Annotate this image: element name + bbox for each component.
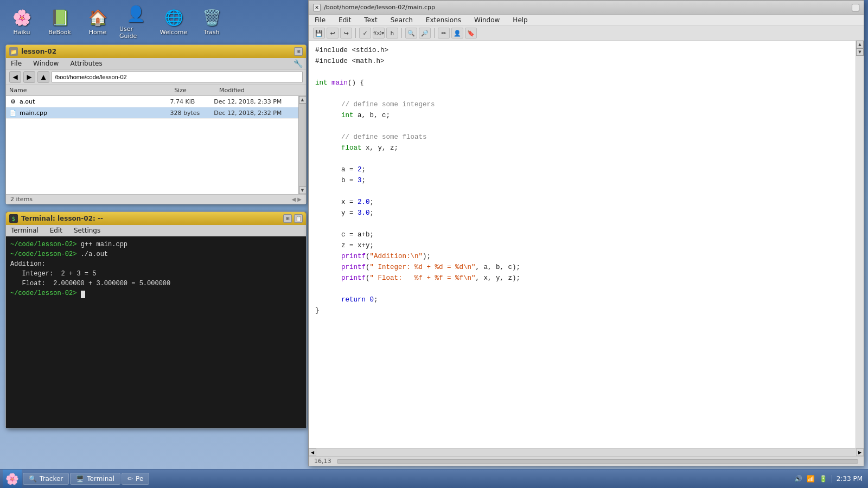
sys-icon-sound[interactable]: 🔊 [794,475,802,483]
terminal-menu-terminal[interactable]: Terminal [9,226,40,235]
editor-tb-undo[interactable]: ↩ [327,28,339,38]
desktop-icon-trash[interactable]: 🗑️ Trash [195,8,228,36]
tracker-label: Tracker [40,475,63,483]
editor-scroll-left[interactable]: ◀ [309,448,316,456]
editor-titlebar: ✕ /boot/home/code/lesson-02/main.cpp [309,1,864,15]
welcome-icon: 🌐 [164,8,183,27]
editor-tb-sep2 [401,28,402,38]
editor-tb-compile[interactable]: ✓ [359,28,371,38]
haiku-start-btn[interactable]: 🌸 [3,470,22,489]
taskbar-item-pe[interactable]: ✏️ Pe [122,473,149,485]
editor-menu-text[interactable]: Text [362,16,379,24]
sys-icon-power[interactable]: 🔋 [819,475,827,483]
editor-expand-btn[interactable] [852,4,859,11]
desktop-icon-home[interactable]: 🏠 Home [81,8,114,36]
sys-icon-network[interactable]: 📶 [807,475,815,483]
file-manager-menubar: File Window Attributes 🔧 [6,58,306,69]
file-icon-aout: ⚙️ [9,98,17,105]
editor-menu-file[interactable]: File [313,16,327,24]
editor-hscroll-bar[interactable] [337,459,859,464]
desktop-icon-haiku[interactable]: 🌸 Haiku [5,8,38,36]
editor-menu-search[interactable]: Search [389,16,414,24]
haiku-label: Haiku [13,29,30,36]
file-list-area: ⚙️ a.out 7.74 KiB Dec 12, 2018, 2:33 PM … [6,96,306,194]
file-manager-window: 📁 lesson-02 ⊞ File Window Attributes 🔧 ◀… [5,44,307,204]
desktop-icon-bebook[interactable]: 📗 BeBook [43,8,76,36]
editor-scroll-h-inner [337,459,859,464]
file-size-aout: 7.74 KiB [167,98,210,106]
file-name-aout: a.out [20,98,35,105]
code-display[interactable]: #include <stdio.h> #include <math.h> int… [309,41,856,448]
fm-menu-window[interactable]: Window [31,59,60,68]
terminal-tile-btn[interactable]: ⊞ [283,214,292,223]
terminal-menu-edit[interactable]: Edit [48,226,64,235]
fm-menu-attributes[interactable]: Attributes [68,59,104,68]
editor-scroll-up[interactable]: ▲ [856,41,864,48]
trash-icon: 🗑️ [202,8,221,27]
trash-label: Trash [203,29,219,36]
editor-tb-save[interactable]: 💾 [313,28,325,38]
table-row[interactable]: 📄 main.cpp 328 bytes Dec 12, 2018, 2:32 … [6,107,298,119]
terminal-cursor [81,291,85,298]
editor-scroll-down[interactable]: ▼ [856,48,864,56]
terminal-tb-label: Terminal [87,475,114,483]
editor-tb-bookmark[interactable]: 🔖 [465,28,477,38]
userguide-label: User Guide [119,25,152,40]
file-name-cell: ⚙️ a.out [6,97,167,106]
taskbar-item-terminal[interactable]: 🖥️ Terminal [70,473,120,485]
terminal-line: Addition: [10,259,302,269]
terminal-copy-btn[interactable]: 📋 [294,214,303,223]
desktop-icon-welcome[interactable]: 🌐 Welcome [157,8,190,36]
editor-close-btn[interactable]: ✕ [313,4,321,11]
col-name-header[interactable]: Name [6,86,171,94]
editor-tb-fn[interactable]: f(x)▾ [373,28,385,38]
file-table-header: Name Size Modified [6,85,306,96]
taskbar-item-tracker[interactable]: 🔍 Tracker [23,473,69,485]
terminal-line: Integer: 2 + 3 = 5 [10,269,302,279]
editor-scroll-right[interactable]: ▶ [856,448,864,456]
terminal-menu-settings[interactable]: Settings [72,226,102,235]
col-modified-header[interactable]: Modified [216,86,306,94]
file-modified-cpp: Dec 12, 2018, 2:32 PM [210,109,298,117]
file-manager-status: 2 items ◀ ▶ [6,194,306,204]
editor-content-area[interactable]: #include <stdio.h> #include <math.h> int… [309,41,864,448]
fm-up-btn[interactable]: ▲ [37,71,49,83]
fm-menu-close[interactable]: 🔧 [293,59,303,68]
terminal-line: ~/code/lesson-02> ./a.out [10,249,302,259]
terminal-btns: ⊞ 📋 [283,214,303,223]
terminal-title: Terminal: lesson-02: -- [21,215,103,222]
file-size-cpp: 328 bytes [167,109,210,117]
taskbar-divider [832,475,832,483]
editor-tb-h[interactable]: h [386,28,398,38]
desktop: 🌸 Haiku 📗 BeBook 🏠 Home 👤 User Guide 🌐 W… [0,0,868,488]
editor-menu-window[interactable]: Window [473,16,501,24]
scroll-down-arrow[interactable]: ▼ [299,187,307,194]
editor-tb-person[interactable]: 👤 [451,28,463,38]
terminal-line: ~/code/lesson-02> g++ main.cpp [10,240,302,249]
scroll-up-arrow[interactable]: ▲ [299,96,307,104]
file-name-cell: 📄 main.cpp [6,108,167,117]
fm-back-btn[interactable]: ◀ [9,71,21,83]
fm-scrollbar-v[interactable]: ▲ ▼ [298,96,306,194]
col-size-header[interactable]: Size [171,86,216,94]
table-row[interactable]: ⚙️ a.out 7.74 KiB Dec 12, 2018, 2:33 PM [6,96,298,107]
file-manager-expand-btn[interactable]: ⊞ [294,47,303,56]
editor-scroll-h[interactable]: ◀ ▶ [309,448,864,456]
bebook-icon: 📗 [50,8,69,27]
file-list: ⚙️ a.out 7.74 KiB Dec 12, 2018, 2:33 PM … [6,96,298,194]
editor-menu-edit[interactable]: Edit [337,16,353,24]
desktop-icon-userguide[interactable]: 👤 User Guide [119,4,152,40]
editor-menu-extensions[interactable]: Extensions [424,16,463,24]
terminal-content[interactable]: ~/code/lesson-02> g++ main.cpp ~/code/le… [6,236,306,428]
fm-menu-file[interactable]: File [9,59,23,68]
fm-forward-btn[interactable]: ▶ [23,71,35,83]
editor-position: 16,13 [314,458,331,465]
editor-tb-pencil[interactable]: ✏️ [438,28,450,38]
editor-scrollbar-v[interactable]: ▲ ▼ [856,41,864,448]
editor-tb-search[interactable]: 🔍 [405,28,417,38]
desktop-icons-bar: 🌸 Haiku 📗 BeBook 🏠 Home 👤 User Guide 🌐 W… [0,0,304,43]
editor-menu-help[interactable]: Help [511,16,529,24]
path-input[interactable] [52,72,303,82]
editor-tb-searchmore[interactable]: 🔎 [419,28,431,38]
editor-tb-redo[interactable]: ↪ [340,28,352,38]
